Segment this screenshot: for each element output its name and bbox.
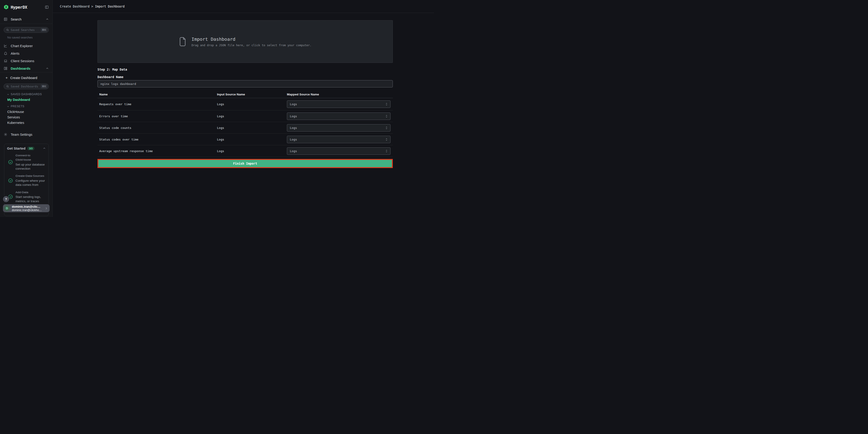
breadcrumb-separator: > [91, 5, 93, 8]
select-chevrons-icon [385, 138, 388, 141]
chart-name-cell: Status code counts [99, 126, 217, 130]
sidebar-item-team-settings[interactable]: Team Settings [0, 131, 52, 138]
app-title: HyperDX [11, 5, 27, 9]
progress-badge: 3/3 [27, 147, 34, 150]
sidebar-item-chart-explorer[interactable]: Chart Explorer [0, 42, 52, 50]
sidebar-item-label: Dashboards [11, 66, 31, 70]
sidebar-item-alerts[interactable]: Alerts [0, 50, 52, 57]
saved-dashboards-section-toggle[interactable]: SAVED DASHBOARDS [0, 92, 52, 96]
gear-icon [4, 132, 7, 136]
select-value: Logs [290, 102, 297, 106]
check-circle-icon [8, 178, 13, 183]
sidebar-item-label: Client Sessions [11, 59, 34, 63]
mapped-source-select[interactable]: Logs [287, 113, 391, 120]
table-row: Status code counts Logs Logs [97, 122, 393, 134]
sidebar-nav: Chart Explorer Alerts Client Sessions Da… [0, 42, 52, 72]
select-value: Logs [290, 126, 297, 130]
dashboard-name-input[interactable] [97, 80, 393, 87]
plus-icon: + [5, 75, 9, 80]
no-saved-searches-text: No saved searches [0, 36, 52, 40]
step-heading: Step 2: Map Data [97, 68, 127, 71]
get-started-title: Get Started [7, 147, 26, 150]
sidebar-item-my-dashboard[interactable]: My Dashboard [0, 97, 52, 102]
import-dropzone[interactable]: Import Dashboard Drag and drop a JSON fi… [97, 20, 393, 63]
get-started-item-connect[interactable]: Connect to ClickHouse Set up your databa… [7, 153, 46, 171]
chevron-up-icon [46, 67, 49, 70]
chart-explorer-icon [4, 44, 7, 48]
dashboards-grid-icon [4, 66, 7, 70]
search-icon [6, 28, 9, 31]
shortcut-badge: ⌘K [41, 28, 47, 32]
section-label: PRESETS [11, 105, 24, 108]
help-button[interactable]: ? [3, 196, 9, 202]
mapped-source-select[interactable]: Logs [287, 100, 391, 108]
get-started-header: Get Started 3/3 [7, 147, 46, 150]
chevron-up-icon [46, 18, 49, 21]
laptop-icon [4, 59, 7, 63]
finish-import-button[interactable]: Finish Import [97, 159, 393, 168]
dashboard-name-label: Dashboard Name [97, 75, 123, 79]
finish-import-label: Finish Import [233, 162, 257, 165]
sidebar-item-search[interactable]: Search [0, 14, 52, 24]
sidebar: HyperDX Search ⌘K No saved searches Char… [0, 0, 53, 217]
select-chevrons-icon [385, 102, 388, 106]
input-source-cell: Logs [217, 115, 287, 118]
column-header-name: Name [99, 93, 217, 96]
select-chevrons-icon [385, 149, 388, 153]
column-header-input-source: Input Source Name [217, 93, 287, 96]
create-dashboard-label: Create Dashboard [10, 76, 37, 80]
user-email: dominic.tran@clickho… [12, 209, 42, 212]
saved-dashboards-input[interactable] [11, 85, 41, 88]
sidebar-item-kubernetes[interactable]: Kubernetes [0, 120, 52, 125]
select-chevrons-icon [385, 115, 388, 118]
input-source-cell: Logs [217, 149, 287, 153]
sidebar-item-label: Chart Explorer [11, 44, 33, 48]
search-nav-icon [4, 17, 7, 21]
shortcut-badge: ⌘K [41, 85, 47, 88]
section-label: SAVED DASHBOARDS [11, 93, 42, 96]
chart-name-cell: Average upstream response time [99, 149, 217, 153]
select-chevrons-icon [385, 126, 388, 130]
get-started-item-title: Connect to ClickHouse [16, 153, 46, 162]
sidebar-item-services[interactable]: Services [0, 115, 52, 120]
main-content: Create Dashboard>Import Dashboard Import… [53, 0, 434, 217]
chart-name-cell: Requests over time [99, 102, 217, 106]
breadcrumb: Create Dashboard>Import Dashboard [60, 5, 125, 8]
select-value: Logs [290, 138, 297, 141]
mapped-source-select[interactable]: Logs [287, 124, 391, 132]
presets-section-toggle[interactable]: PRESETS [0, 104, 52, 108]
chart-name-cell: Status codes over time [99, 138, 217, 141]
user-name: dominic.tran@clic… [12, 205, 42, 208]
get-started-item-desc: Configure where your data comes from [16, 179, 46, 187]
get-started-item-sources[interactable]: Create Data Sources Configure where your… [7, 174, 46, 187]
input-source-cell: Logs [217, 138, 287, 141]
table-row: Errors over time Logs Logs [97, 111, 393, 122]
presets-list: ClickHouse Services Kubernetes [0, 109, 52, 125]
get-started-item-desc: Start sending logs, metrics, or traces [16, 195, 46, 203]
get-started-item-add-data[interactable]: Add Data Start sending logs, metrics, or… [7, 190, 46, 203]
mapped-source-select[interactable]: Logs [287, 147, 391, 155]
user-account-button[interactable]: D dominic.tran@clic… dominic.tran@clickh… [3, 204, 50, 212]
avatar: D [4, 205, 10, 211]
get-started-item-desc: Set up your database connection [16, 162, 46, 171]
saved-dashboards-search[interactable]: ⌘K [4, 84, 49, 89]
breadcrumb-current: Import Dashboard [95, 5, 125, 8]
team-settings-label: Team Settings [11, 132, 32, 136]
saved-searches-input[interactable] [11, 28, 41, 32]
sidebar-item-clickhouse[interactable]: ClickHouse [0, 109, 52, 115]
create-dashboard-button[interactable]: + Create Dashboard [0, 74, 52, 82]
sidebar-item-dashboards[interactable]: Dashboards [0, 65, 52, 72]
logo-row: HyperDX [0, 0, 52, 14]
breadcrumb-parent[interactable]: Create Dashboard [60, 5, 90, 8]
sidebar-item-client-sessions[interactable]: Client Sessions [0, 57, 52, 65]
chevron-up-icon[interactable] [43, 147, 46, 150]
panel-toggle-icon[interactable] [45, 5, 49, 9]
search-icon [6, 85, 9, 88]
get-started-item-title: Create Data Sources [16, 174, 46, 178]
saved-searches-search[interactable]: ⌘K [4, 27, 49, 33]
table-row: Requests over time Logs Logs [97, 98, 393, 111]
hyperdx-logo-icon [4, 5, 9, 9]
sidebar-item-label: Alerts [11, 52, 19, 55]
mapped-source-select[interactable]: Logs [287, 136, 391, 143]
chart-name-cell: Errors over time [99, 115, 217, 118]
